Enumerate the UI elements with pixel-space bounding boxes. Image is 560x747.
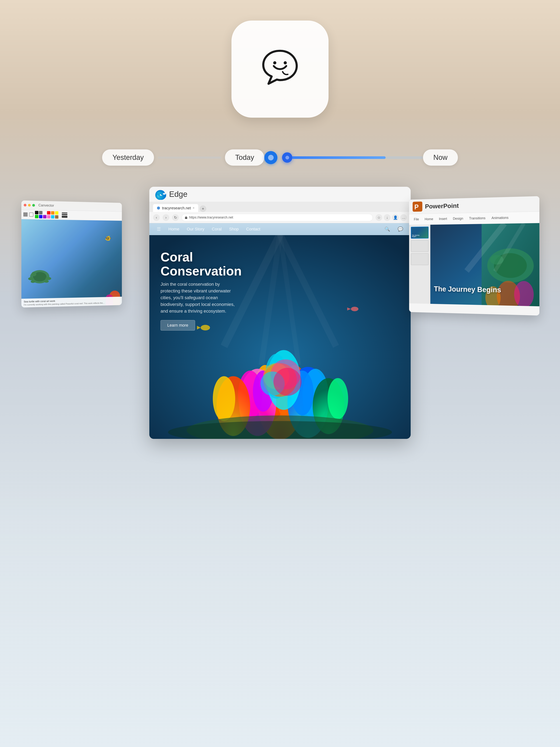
slider-toggle[interactable]: [264, 151, 277, 164]
color-purple[interactable]: [43, 215, 46, 218]
edge-logo-icon: [155, 189, 166, 200]
track-empty: [385, 156, 423, 159]
back-button[interactable]: ‹: [153, 214, 160, 221]
ribbon-tab-design[interactable]: Design: [451, 216, 465, 222]
paint-app-title: Canvector: [38, 203, 54, 208]
size-large[interactable]: [62, 215, 68, 218]
color-gray[interactable]: [39, 211, 43, 214]
ribbon-tab-animations[interactable]: Animations: [489, 215, 511, 221]
turtle-shape: [27, 267, 52, 285]
ppt-main-slide: The Journey Begins: [430, 223, 539, 306]
edge-window: Edge tracyresearch.net × + ‹ › ↻ https:/…: [149, 187, 411, 439]
svg-point-33: [273, 368, 301, 396]
powerpoint-window: P PowerPoint File Home Insert Design Tra…: [409, 196, 539, 316]
nav-shop[interactable]: Shop: [229, 227, 239, 232]
yesterday-label: Yesterday: [102, 149, 154, 166]
edge-active-tab[interactable]: tracyresearch.net ×: [153, 204, 198, 212]
app-icon-container: [232, 21, 328, 118]
downloads-icon[interactable]: ↓: [384, 214, 391, 221]
tab-favicon: [157, 206, 160, 210]
svg-point-9: [163, 193, 166, 195]
nav-coral[interactable]: Coral: [212, 227, 222, 232]
search-nav-icon[interactable]: 🔍: [384, 227, 390, 232]
color-cyan[interactable]: [51, 215, 54, 218]
svg-point-7: [31, 280, 35, 283]
edge-logo-area: Edge: [155, 189, 187, 200]
chat-nav-icon[interactable]: 💬: [398, 227, 403, 232]
tool-select[interactable]: [23, 212, 28, 216]
edge-app-name: Edge: [169, 190, 187, 199]
timeline-track-left[interactable]: [158, 156, 221, 159]
paint-canvas[interactable]: 🐠 Sea turtle with coral art work I'm cur…: [22, 219, 122, 308]
size-medium[interactable]: [62, 214, 68, 215]
nav-home[interactable]: Home: [168, 227, 179, 232]
ribbon-tab-file[interactable]: File: [412, 216, 421, 222]
color-pink[interactable]: [47, 215, 50, 219]
nav-contact[interactable]: Contact: [246, 227, 260, 232]
svg-point-4: [32, 272, 36, 276]
svg-point-38: [351, 307, 358, 311]
color-brown[interactable]: [55, 215, 58, 218]
tab-close[interactable]: ×: [193, 206, 194, 210]
website-navbar: ☰ Home Our Story Coral Shop Contact 🔍 💬: [149, 223, 411, 235]
paint-canvas-bg: 🐠: [22, 219, 122, 308]
tab-title: tracyresearch.net: [162, 206, 191, 210]
profile-icon[interactable]: 👤: [392, 214, 399, 221]
close-dot[interactable]: [24, 204, 27, 206]
slider-thumb[interactable]: [282, 152, 292, 163]
website-content: ☰ Home Our Story Coral Shop Contact 🔍 💬: [149, 223, 411, 439]
refresh-button[interactable]: ↻: [172, 214, 179, 221]
favorites-icon[interactable]: ☆: [376, 214, 382, 221]
url-bar[interactable]: https://www.tracyresearch.net: [182, 214, 373, 221]
learn-more-button[interactable]: Learn more: [161, 320, 195, 331]
ppt-header: P PowerPoint: [409, 196, 539, 214]
color-orange[interactable]: [51, 211, 54, 215]
timeline-container: Yesterday Today Now: [93, 149, 467, 166]
size-small[interactable]: [62, 212, 68, 213]
recall-app-icon: [254, 43, 306, 95]
color-green[interactable]: [35, 215, 38, 218]
svg-point-24: [213, 376, 235, 421]
minimize-dot[interactable]: [28, 204, 31, 207]
edge-addressbar: ‹ › ↻ https://www.tracyresearch.net ☆ ↓ …: [149, 212, 411, 223]
now-label[interactable]: Now: [423, 149, 458, 166]
fish-emoji: 🐠: [105, 235, 111, 241]
more-icon[interactable]: …: [400, 214, 407, 221]
website-title: CoralConservation: [161, 250, 242, 278]
nav-menu-icon[interactable]: ☰: [157, 227, 161, 232]
ribbon-tab-transitions[interactable]: Transitions: [467, 215, 487, 221]
svg-text:P: P: [415, 203, 419, 211]
track-filled[interactable]: [292, 156, 385, 159]
tool-brush[interactable]: [29, 212, 33, 216]
ppt-slide-title: The Journey Begins: [434, 285, 501, 294]
new-tab-button[interactable]: +: [200, 205, 206, 212]
powerpoint-logo-icon: P: [412, 202, 422, 212]
forward-button[interactable]: ›: [163, 214, 169, 221]
toolbar-icons: ☆ ↓ 👤 …: [376, 214, 407, 221]
slider-group[interactable]: [264, 151, 423, 164]
ribbon-tab-insert[interactable]: Insert: [437, 216, 449, 222]
color-black[interactable]: [35, 211, 38, 214]
ppt-slide-thumb-2[interactable]: [411, 240, 429, 252]
ppt-slide-thumb-1[interactable]: The JourneyBegins: [411, 227, 429, 238]
nav-our-story[interactable]: Our Story: [187, 227, 205, 232]
svg-point-10: [157, 207, 160, 209]
slider-track-filled[interactable]: [282, 152, 423, 163]
color-red[interactable]: [47, 211, 50, 214]
windows-area: Canvector: [19, 187, 541, 448]
ppt-slide-thumb-3[interactable]: [411, 253, 429, 265]
color-yellow[interactable]: [55, 211, 58, 214]
lock-icon: [185, 216, 188, 219]
bottom-area: [0, 467, 560, 747]
ppt-content-area: The JourneyBegins: [409, 223, 539, 306]
website-title-area: CoralConservation Join the coral conserv…: [161, 250, 242, 331]
size-controls: [62, 212, 68, 218]
ribbon-tab-home[interactable]: Home: [422, 216, 435, 222]
edge-titlebar: Edge: [149, 187, 411, 202]
ppt-slide-svg: [430, 223, 539, 306]
color-white[interactable]: [43, 211, 46, 214]
maximize-dot[interactable]: [32, 204, 35, 207]
color-blue[interactable]: [39, 215, 43, 218]
svg-point-26: [328, 378, 348, 419]
ppt-slides-panel: The JourneyBegins: [409, 225, 430, 304]
